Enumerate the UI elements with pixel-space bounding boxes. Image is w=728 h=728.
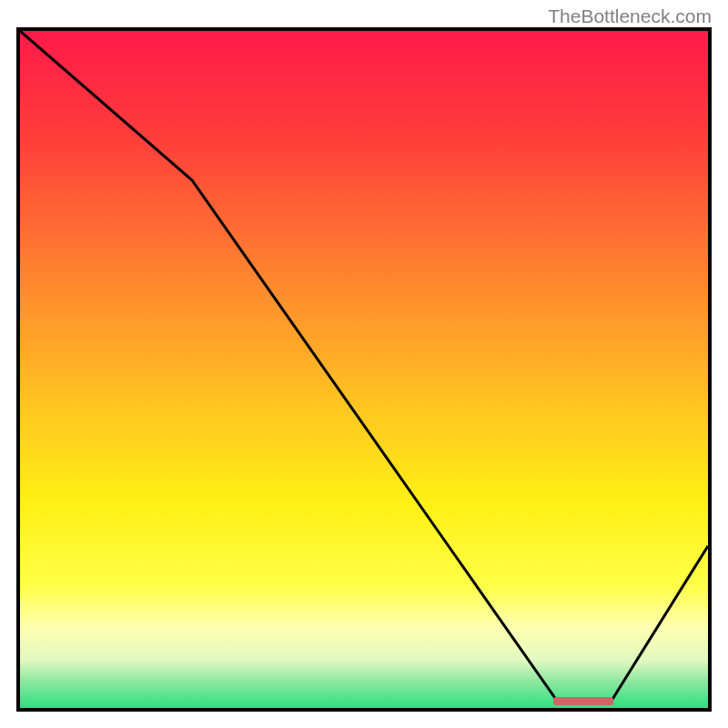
optimal-marker <box>553 697 613 705</box>
bottleneck-curve <box>20 31 708 708</box>
attribution-text: TheBottleneck.com <box>548 5 712 27</box>
plot-area <box>16 27 712 712</box>
chart-container: TheBottleneck.com <box>0 0 728 728</box>
